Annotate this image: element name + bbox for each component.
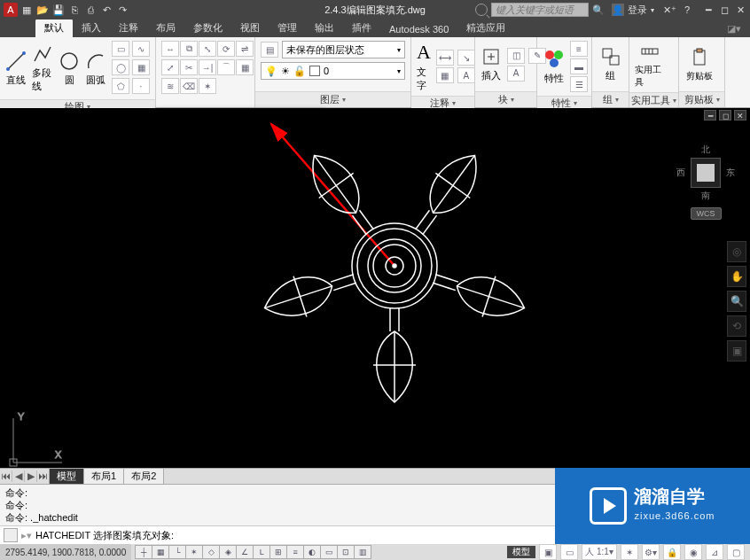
tab-parametric[interactable]: 参数化 bbox=[184, 19, 231, 37]
lt-prev-icon[interactable]: ◀ bbox=[12, 471, 25, 482]
sb-trans-icon[interactable]: ◐ bbox=[303, 545, 321, 559]
min-button[interactable]: ━ bbox=[702, 4, 715, 16]
layout-tab-model[interactable]: 模型 bbox=[49, 468, 84, 485]
group-button[interactable]: 组 bbox=[598, 46, 623, 82]
bylayer-icon[interactable]: ▬ bbox=[570, 58, 588, 74]
layout-tab-1[interactable]: 布局1 bbox=[83, 468, 124, 485]
sb-osnap-icon[interactable]: ◇ bbox=[202, 545, 220, 559]
sb-model-button[interactable]: 模型 bbox=[507, 546, 535, 558]
list-icon[interactable]: ☰ bbox=[570, 76, 588, 92]
max-button[interactable]: ◻ bbox=[718, 4, 730, 16]
open-icon[interactable]: 📂 bbox=[35, 3, 50, 17]
match-icon[interactable]: ≡ bbox=[570, 41, 588, 57]
redo-icon[interactable]: ↷ bbox=[115, 3, 129, 17]
mirror-icon[interactable]: ⇌ bbox=[236, 41, 254, 57]
lt-next-icon[interactable]: ▶ bbox=[25, 471, 37, 482]
help-icon[interactable]: ? bbox=[681, 4, 693, 16]
app-menu-icon[interactable]: A bbox=[4, 3, 18, 17]
arc-button[interactable]: 圆弧 bbox=[85, 51, 106, 87]
table-icon[interactable]: ▦ bbox=[436, 67, 454, 83]
sb-am-icon[interactable]: ▥ bbox=[354, 545, 371, 559]
lt-last-icon[interactable]: ⏭ bbox=[37, 471, 50, 482]
explode-icon[interactable]: ✶ bbox=[199, 78, 216, 94]
text-button[interactable]: A 文字 bbox=[417, 41, 431, 92]
tab-annotate[interactable]: 注释 bbox=[110, 19, 147, 37]
leader-icon[interactable]: ↘ bbox=[457, 50, 475, 66]
array-icon[interactable]: ▦ bbox=[236, 59, 254, 75]
new-icon[interactable]: ▦ bbox=[20, 3, 34, 17]
insert-button[interactable]: 插入 bbox=[480, 46, 502, 82]
spline-icon[interactable]: ∿ bbox=[132, 41, 150, 57]
save-icon[interactable]: 💾 bbox=[51, 3, 66, 17]
lt-first-icon[interactable]: ⏮ bbox=[0, 471, 12, 482]
search-go[interactable]: 🔍 bbox=[592, 4, 605, 16]
stretch-icon[interactable]: ⤡ bbox=[199, 41, 216, 57]
copy-icon[interactable]: ⧉ bbox=[180, 41, 198, 57]
sb-lock-icon[interactable]: 🔒 bbox=[663, 544, 681, 560]
tab-a360[interactable]: Autodesk 360 bbox=[380, 21, 457, 37]
sb-grid-icon[interactable]: ▦ bbox=[152, 545, 169, 559]
nav-orbit-icon[interactable]: ⟲ bbox=[727, 315, 746, 337]
sb-3dosnap-icon[interactable]: ◈ bbox=[219, 545, 237, 559]
sb-ws-icon[interactable]: ⚙▾ bbox=[642, 544, 660, 560]
search-input[interactable] bbox=[491, 3, 589, 17]
login-button[interactable]: 登录 bbox=[628, 4, 647, 17]
tab-view[interactable]: 视图 bbox=[231, 19, 269, 37]
viewcube[interactable]: 北 西 东 南 WCS bbox=[677, 144, 734, 220]
sb-dyn-icon[interactable]: ⊞ bbox=[270, 545, 287, 559]
group-panel-label[interactable]: 组 bbox=[592, 91, 629, 107]
sb-qp-icon[interactable]: ▭ bbox=[320, 545, 338, 559]
tab-layout[interactable]: 布局 bbox=[147, 19, 184, 37]
sb-ducs-icon[interactable]: L bbox=[253, 545, 270, 559]
cmd-icon[interactable] bbox=[4, 528, 18, 542]
dim-linear-icon[interactable]: ⟷ bbox=[436, 50, 454, 66]
nav-zoom-icon[interactable]: 🔍 bbox=[727, 291, 746, 312]
block-panel-label[interactable]: 块 bbox=[475, 91, 536, 107]
create-block-icon[interactable]: ◫ bbox=[507, 48, 525, 64]
tab-insert[interactable]: 插入 bbox=[73, 19, 110, 37]
pline-button[interactable]: 多段线 bbox=[32, 43, 53, 93]
fillet-icon[interactable]: ⌒ bbox=[217, 59, 235, 75]
model-space[interactable]: ━ ◻ ✕ bbox=[0, 108, 750, 468]
sb-sc-icon[interactable]: ⊡ bbox=[337, 545, 355, 559]
sb-iso-icon[interactable]: ⊿ bbox=[706, 544, 723, 560]
nav-wheel-icon[interactable]: ◎ bbox=[727, 241, 746, 262]
rect-icon[interactable]: ▭ bbox=[112, 41, 129, 57]
tab-output[interactable]: 输出 bbox=[306, 19, 343, 37]
tab-addins[interactable]: 插件 bbox=[343, 19, 380, 37]
saveas-icon[interactable]: ⎘ bbox=[67, 3, 82, 17]
util-panel-label[interactable]: 实用工具 bbox=[629, 92, 678, 107]
layer-state-combo[interactable]: 未保存的图层状态▾ bbox=[282, 41, 405, 58]
polygon-icon[interactable]: ⬠ bbox=[112, 78, 129, 94]
tab-featured[interactable]: 精选应用 bbox=[457, 19, 514, 37]
offset-icon[interactable]: ≋ bbox=[161, 78, 179, 94]
tab-expand[interactable]: ◪▾ bbox=[718, 20, 750, 37]
rotate-icon[interactable]: ⟳ bbox=[217, 41, 235, 57]
extend-icon[interactable]: →| bbox=[199, 59, 216, 75]
line-button[interactable]: 直线 bbox=[5, 51, 27, 87]
sb-snap-icon[interactable]: ┼ bbox=[135, 545, 152, 559]
exchange-icon[interactable]: ✕⁺ bbox=[663, 4, 676, 16]
tab-manage[interactable]: 管理 bbox=[269, 19, 306, 37]
sb-annov-icon[interactable]: ✶ bbox=[621, 544, 638, 560]
layer-props-icon[interactable]: ▤ bbox=[261, 42, 278, 58]
layer-current-combo[interactable]: 💡 ☀ 🔓 0 ▾ bbox=[261, 62, 405, 80]
tab-default[interactable]: 默认 bbox=[35, 19, 73, 37]
nav-showmotion-icon[interactable]: ▣ bbox=[727, 340, 746, 362]
move-icon[interactable]: ↔ bbox=[161, 41, 179, 57]
measure-button[interactable]: 实用工具 bbox=[635, 41, 665, 89]
sb-hw-icon[interactable]: ◉ bbox=[684, 544, 702, 560]
sb-max-icon[interactable]: ▭ bbox=[560, 544, 578, 560]
clip-panel-label[interactable]: 剪贴板 bbox=[679, 91, 724, 107]
sb-otrack-icon[interactable]: ∠ bbox=[236, 545, 254, 559]
sb-ortho-icon[interactable]: └ bbox=[168, 545, 186, 559]
sb-clean-icon[interactable]: ▢ bbox=[727, 544, 745, 560]
mtext-icon[interactable]: A bbox=[457, 67, 475, 83]
sb-polar-icon[interactable]: ✶ bbox=[185, 545, 203, 559]
trim-icon[interactable]: ✂ bbox=[180, 59, 198, 75]
attr-icon[interactable]: A bbox=[507, 66, 525, 82]
layout-tab-2[interactable]: 布局2 bbox=[123, 468, 164, 485]
sb-lwt-icon[interactable]: ≡ bbox=[286, 545, 304, 559]
viewcube-face[interactable] bbox=[691, 158, 721, 188]
undo-icon[interactable]: ↶ bbox=[99, 3, 113, 17]
